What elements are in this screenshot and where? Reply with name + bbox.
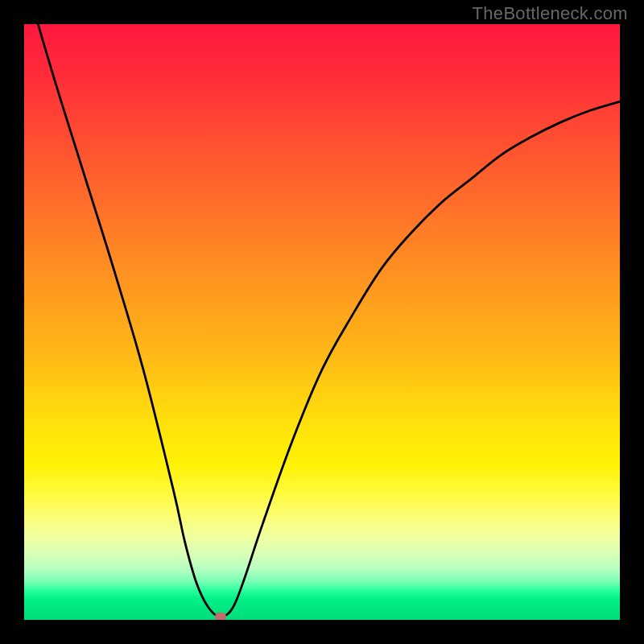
optimum-marker [215, 613, 226, 620]
curve-svg [24, 24, 620, 620]
watermark-text: TheBottleneck.com [473, 3, 628, 24]
chart-frame: TheBottleneck.com [0, 0, 644, 644]
plot-area [24, 24, 620, 620]
bottleneck-curve [24, 24, 620, 617]
